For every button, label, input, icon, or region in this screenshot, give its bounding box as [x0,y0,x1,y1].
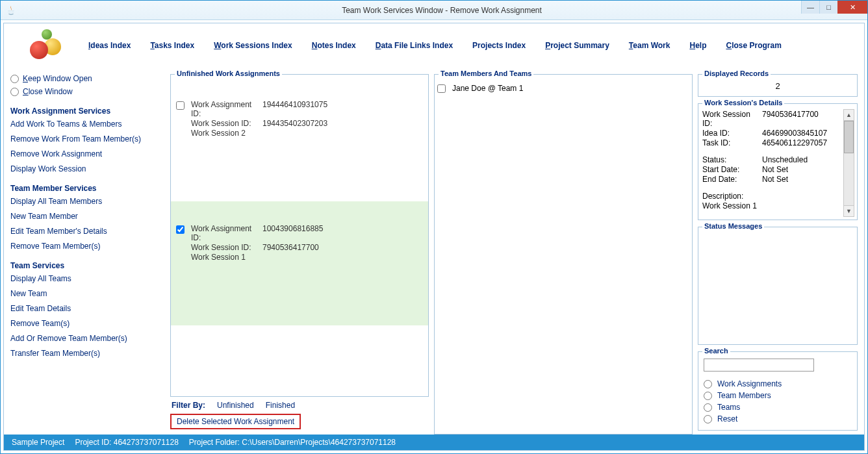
was-link-3[interactable]: Display Work Session [10,164,165,173]
tms-link-1[interactable]: New Team Member [10,212,165,221]
ts-link-1[interactable]: New Team [10,289,165,298]
java-icon [6,5,16,16]
displayed-records-box: Displayed Records 2 [698,74,858,97]
tms-link-3[interactable]: Remove Team Member(s) [10,242,165,251]
team-services-header: Team Services [10,261,165,270]
scroll-thumb[interactable] [844,121,854,153]
filter-row: Filter By: Unfinished Finished [170,397,429,412]
menu-item-1[interactable]: Tasks Index [150,41,194,50]
minimize-button[interactable]: — [801,1,819,14]
menu-item-5[interactable]: Projects Index [472,41,526,50]
teams-legend: Team Members And Teams [439,69,533,77]
filter-unfinished[interactable]: Unfinished [217,401,254,410]
menu-item-7[interactable]: Team Work [629,41,670,50]
window-title: Team Work Services Window - Remove Work … [16,6,867,15]
displayed-records-legend: Displayed Records [702,69,771,77]
menu-item-6[interactable]: Project Summary [545,41,609,50]
team-member-services-header: Team Member Services [10,184,165,193]
search-opt-1[interactable]: Team Members [704,391,852,400]
maximize-button[interactable]: □ [819,1,837,14]
filter-finished[interactable]: Finished [266,401,295,410]
filter-by-label: Filter By: [172,401,205,410]
status-project-folder: Project Folder: C:\Users\Darren\Projects… [189,438,396,447]
teams-panel: Team Members And Teams Jane Doe @ Team 1 [434,70,693,431]
right-panel: Displayed Records 2 Work Session's Detai… [698,70,858,431]
status-project-id: Project ID: 464273737071128 [75,438,178,447]
status-messages-box: Status Messages [698,227,858,345]
close-button[interactable]: ✕ [837,1,867,14]
menu-item-9[interactable]: Close Program [726,41,781,50]
status-project: Sample Project [12,438,64,447]
ts-link-0[interactable]: Display All Teams [10,274,165,283]
was-link-0[interactable]: Add Work To Teams & Members [10,120,165,129]
tms-link-2[interactable]: Edit Team Member's Details [10,227,165,236]
details-legend: Work Session's Details [702,99,784,107]
close-window-radio[interactable]: Close Window [10,87,165,96]
titlebar: Team Work Services Window - Remove Work … [1,1,867,20]
work-session-details-box: Work Session's Details Work Session ID:7… [698,103,858,220]
details-scrollbar[interactable]: ▲ ▼ [843,109,854,217]
unfinished-work-list: Unfinished Work Assignments Work Assignm… [170,74,429,397]
search-input[interactable] [704,359,814,372]
was-link-2[interactable]: Remove Work Assignment [10,149,165,158]
work-assignment-services-header: Work Assignment Services [10,107,165,116]
team-members-list: Team Members And Teams Jane Doe @ Team 1 [434,74,693,435]
left-panel: Keep Window Open Close Window Work Assig… [10,70,165,431]
menu-item-2[interactable]: Work Sessions Index [214,41,292,50]
search-opt-3[interactable]: Reset [704,414,852,423]
keep-window-open-radio[interactable]: Keep Window Open [10,74,165,83]
tms-link-0[interactable]: Display All Team Members [10,197,165,206]
app-logo [30,29,62,62]
ts-link-4[interactable]: Add Or Remove Team Member(s) [10,334,165,343]
delete-selected-work-button[interactable]: Delete Selected Work Assignment [170,414,301,429]
search-opt-0[interactable]: Work Assignments [704,379,852,388]
work-item-checkbox[interactable] [176,225,185,234]
was-link-1[interactable]: Remove Work From Team Member(s) [10,134,165,144]
search-opt-2[interactable]: Teams [704,403,852,412]
statusbar: Sample Project Project ID: 4642737370711… [4,435,864,450]
menu-item-3[interactable]: Notes Index [312,41,356,50]
menu-item-4[interactable]: Data File Links Index [376,41,453,50]
topbar: Ideas IndexTasks IndexWork Sessions Inde… [4,23,864,68]
search-box: Search Work AssignmentsTeam MembersTeams… [698,351,858,431]
search-legend: Search [702,347,730,355]
work-item-checkbox[interactable] [176,101,185,110]
team-item-0[interactable]: Jane Doe @ Team 1 [435,77,692,99]
status-legend: Status Messages [702,222,764,230]
scroll-up-button[interactable]: ▲ [844,110,854,121]
ts-link-5[interactable]: Transfer Team Member(s) [10,349,165,358]
displayed-records-count: 2 [702,81,853,91]
team-item-checkbox[interactable] [437,84,446,93]
work-assignments-panel: Unfinished Work Assignments Work Assignm… [170,70,429,431]
work-item-1[interactable]: Work Assignment ID:10043906816885 Work S… [171,201,428,325]
work-item-0[interactable]: Work Assignment ID:194446410931075 Work … [171,77,428,201]
work-list-legend: Unfinished Work Assignments [175,69,282,77]
main-menu: Ideas IndexTasks IndexWork Sessions Inde… [88,41,858,50]
menu-item-0[interactable]: Ideas Index [88,41,131,50]
scroll-down-button[interactable]: ▼ [844,205,854,216]
menu-item-8[interactable]: Help [689,41,706,50]
ts-link-2[interactable]: Edit Team Details [10,304,165,313]
ts-link-3[interactable]: Remove Team(s) [10,319,165,328]
